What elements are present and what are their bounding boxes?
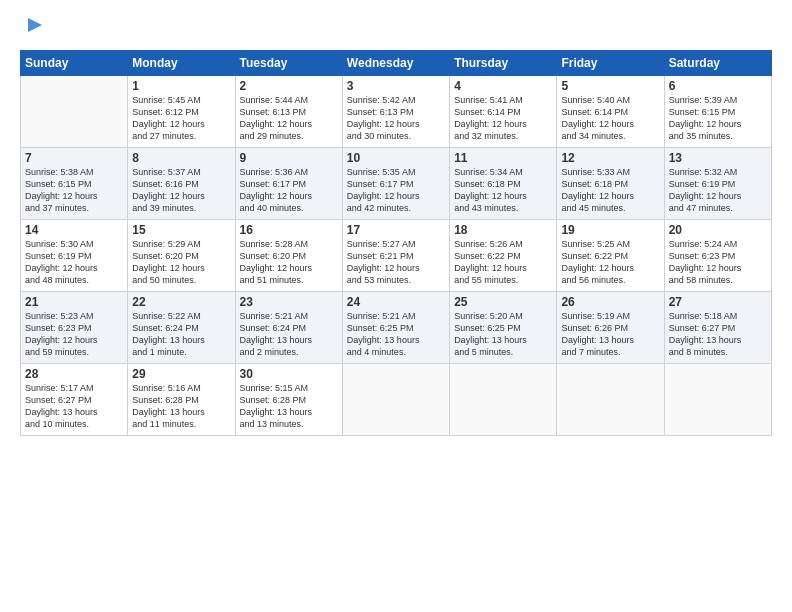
day-info: Sunrise: 5:40 AM Sunset: 6:14 PM Dayligh… <box>561 94 659 143</box>
calendar-table: SundayMondayTuesdayWednesdayThursdayFrid… <box>20 50 772 436</box>
calendar-cell: 29Sunrise: 5:16 AM Sunset: 6:28 PM Dayli… <box>128 364 235 436</box>
day-number: 1 <box>132 79 230 93</box>
day-info: Sunrise: 5:32 AM Sunset: 6:19 PM Dayligh… <box>669 166 767 215</box>
day-number: 21 <box>25 295 123 309</box>
day-number: 26 <box>561 295 659 309</box>
day-info: Sunrise: 5:27 AM Sunset: 6:21 PM Dayligh… <box>347 238 445 287</box>
calendar-cell <box>450 364 557 436</box>
day-number: 24 <box>347 295 445 309</box>
day-info: Sunrise: 5:45 AM Sunset: 6:12 PM Dayligh… <box>132 94 230 143</box>
day-number: 25 <box>454 295 552 309</box>
calendar-cell: 5Sunrise: 5:40 AM Sunset: 6:14 PM Daylig… <box>557 76 664 148</box>
day-number: 18 <box>454 223 552 237</box>
day-info: Sunrise: 5:23 AM Sunset: 6:23 PM Dayligh… <box>25 310 123 359</box>
calendar-cell: 12Sunrise: 5:33 AM Sunset: 6:18 PM Dayli… <box>557 148 664 220</box>
day-info: Sunrise: 5:24 AM Sunset: 6:23 PM Dayligh… <box>669 238 767 287</box>
calendar-cell: 25Sunrise: 5:20 AM Sunset: 6:25 PM Dayli… <box>450 292 557 364</box>
calendar-cell: 26Sunrise: 5:19 AM Sunset: 6:26 PM Dayli… <box>557 292 664 364</box>
day-info: Sunrise: 5:41 AM Sunset: 6:14 PM Dayligh… <box>454 94 552 143</box>
day-info: Sunrise: 5:21 AM Sunset: 6:25 PM Dayligh… <box>347 310 445 359</box>
calendar-cell: 18Sunrise: 5:26 AM Sunset: 6:22 PM Dayli… <box>450 220 557 292</box>
day-number: 16 <box>240 223 338 237</box>
col-header-sunday: Sunday <box>21 51 128 76</box>
day-info: Sunrise: 5:17 AM Sunset: 6:27 PM Dayligh… <box>25 382 123 431</box>
calendar-cell: 23Sunrise: 5:21 AM Sunset: 6:24 PM Dayli… <box>235 292 342 364</box>
calendar-cell: 3Sunrise: 5:42 AM Sunset: 6:13 PM Daylig… <box>342 76 449 148</box>
calendar-cell: 2Sunrise: 5:44 AM Sunset: 6:13 PM Daylig… <box>235 76 342 148</box>
calendar-cell <box>557 364 664 436</box>
day-info: Sunrise: 5:42 AM Sunset: 6:13 PM Dayligh… <box>347 94 445 143</box>
calendar-cell: 7Sunrise: 5:38 AM Sunset: 6:15 PM Daylig… <box>21 148 128 220</box>
calendar-cell: 20Sunrise: 5:24 AM Sunset: 6:23 PM Dayli… <box>664 220 771 292</box>
day-number: 4 <box>454 79 552 93</box>
col-header-monday: Monday <box>128 51 235 76</box>
day-info: Sunrise: 5:35 AM Sunset: 6:17 PM Dayligh… <box>347 166 445 215</box>
day-number: 13 <box>669 151 767 165</box>
calendar-cell <box>664 364 771 436</box>
day-number: 12 <box>561 151 659 165</box>
calendar-cell: 28Sunrise: 5:17 AM Sunset: 6:27 PM Dayli… <box>21 364 128 436</box>
col-header-friday: Friday <box>557 51 664 76</box>
day-number: 22 <box>132 295 230 309</box>
day-number: 27 <box>669 295 767 309</box>
day-number: 14 <box>25 223 123 237</box>
page: SundayMondayTuesdayWednesdayThursdayFrid… <box>0 0 792 446</box>
day-info: Sunrise: 5:15 AM Sunset: 6:28 PM Dayligh… <box>240 382 338 431</box>
col-header-thursday: Thursday <box>450 51 557 76</box>
calendar-cell: 17Sunrise: 5:27 AM Sunset: 6:21 PM Dayli… <box>342 220 449 292</box>
day-number: 9 <box>240 151 338 165</box>
calendar-cell: 11Sunrise: 5:34 AM Sunset: 6:18 PM Dayli… <box>450 148 557 220</box>
day-number: 20 <box>669 223 767 237</box>
calendar-cell: 6Sunrise: 5:39 AM Sunset: 6:15 PM Daylig… <box>664 76 771 148</box>
day-info: Sunrise: 5:18 AM Sunset: 6:27 PM Dayligh… <box>669 310 767 359</box>
day-info: Sunrise: 5:33 AM Sunset: 6:18 PM Dayligh… <box>561 166 659 215</box>
day-number: 29 <box>132 367 230 381</box>
day-info: Sunrise: 5:16 AM Sunset: 6:28 PM Dayligh… <box>132 382 230 431</box>
day-info: Sunrise: 5:30 AM Sunset: 6:19 PM Dayligh… <box>25 238 123 287</box>
day-number: 30 <box>240 367 338 381</box>
header <box>20 18 772 40</box>
col-header-saturday: Saturday <box>664 51 771 76</box>
day-info: Sunrise: 5:36 AM Sunset: 6:17 PM Dayligh… <box>240 166 338 215</box>
day-number: 2 <box>240 79 338 93</box>
calendar-cell: 1Sunrise: 5:45 AM Sunset: 6:12 PM Daylig… <box>128 76 235 148</box>
day-info: Sunrise: 5:25 AM Sunset: 6:22 PM Dayligh… <box>561 238 659 287</box>
calendar-cell <box>21 76 128 148</box>
day-info: Sunrise: 5:39 AM Sunset: 6:15 PM Dayligh… <box>669 94 767 143</box>
day-info: Sunrise: 5:37 AM Sunset: 6:16 PM Dayligh… <box>132 166 230 215</box>
day-number: 10 <box>347 151 445 165</box>
logo-arrow-icon <box>24 14 46 36</box>
calendar-cell: 15Sunrise: 5:29 AM Sunset: 6:20 PM Dayli… <box>128 220 235 292</box>
day-info: Sunrise: 5:22 AM Sunset: 6:24 PM Dayligh… <box>132 310 230 359</box>
logo <box>20 18 46 40</box>
calendar-cell: 21Sunrise: 5:23 AM Sunset: 6:23 PM Dayli… <box>21 292 128 364</box>
calendar-cell: 13Sunrise: 5:32 AM Sunset: 6:19 PM Dayli… <box>664 148 771 220</box>
day-number: 23 <box>240 295 338 309</box>
calendar-cell: 16Sunrise: 5:28 AM Sunset: 6:20 PM Dayli… <box>235 220 342 292</box>
calendar-cell: 14Sunrise: 5:30 AM Sunset: 6:19 PM Dayli… <box>21 220 128 292</box>
day-number: 8 <box>132 151 230 165</box>
day-number: 11 <box>454 151 552 165</box>
day-info: Sunrise: 5:38 AM Sunset: 6:15 PM Dayligh… <box>25 166 123 215</box>
calendar-cell: 4Sunrise: 5:41 AM Sunset: 6:14 PM Daylig… <box>450 76 557 148</box>
day-info: Sunrise: 5:26 AM Sunset: 6:22 PM Dayligh… <box>454 238 552 287</box>
calendar-cell: 9Sunrise: 5:36 AM Sunset: 6:17 PM Daylig… <box>235 148 342 220</box>
svg-marker-0 <box>28 18 42 32</box>
calendar-cell: 22Sunrise: 5:22 AM Sunset: 6:24 PM Dayli… <box>128 292 235 364</box>
calendar-cell: 19Sunrise: 5:25 AM Sunset: 6:22 PM Dayli… <box>557 220 664 292</box>
col-header-tuesday: Tuesday <box>235 51 342 76</box>
day-number: 3 <box>347 79 445 93</box>
calendar-cell: 8Sunrise: 5:37 AM Sunset: 6:16 PM Daylig… <box>128 148 235 220</box>
day-number: 17 <box>347 223 445 237</box>
day-info: Sunrise: 5:34 AM Sunset: 6:18 PM Dayligh… <box>454 166 552 215</box>
calendar-cell: 10Sunrise: 5:35 AM Sunset: 6:17 PM Dayli… <box>342 148 449 220</box>
day-number: 28 <box>25 367 123 381</box>
day-number: 19 <box>561 223 659 237</box>
day-number: 15 <box>132 223 230 237</box>
calendar-cell <box>342 364 449 436</box>
day-info: Sunrise: 5:28 AM Sunset: 6:20 PM Dayligh… <box>240 238 338 287</box>
day-info: Sunrise: 5:21 AM Sunset: 6:24 PM Dayligh… <box>240 310 338 359</box>
day-number: 5 <box>561 79 659 93</box>
calendar-cell: 27Sunrise: 5:18 AM Sunset: 6:27 PM Dayli… <box>664 292 771 364</box>
day-info: Sunrise: 5:20 AM Sunset: 6:25 PM Dayligh… <box>454 310 552 359</box>
